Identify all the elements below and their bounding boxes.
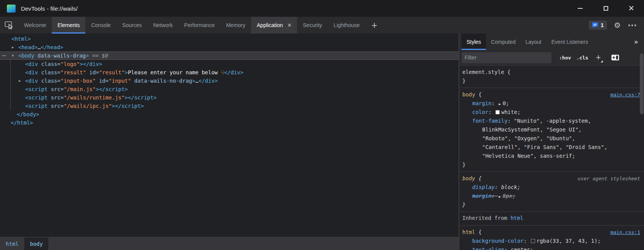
inherited-node-link[interactable]: html [510,215,523,221]
twisty-right-icon[interactable]: ▶ [12,43,14,51]
new-style-rule-button[interactable]: + [594,53,603,62]
stylesheet-link[interactable]: main.css:1 [610,228,640,237]
code-segment: <div [25,61,38,67]
tab-label: Application [257,22,283,28]
sidebar-tab-layout[interactable]: Layout [521,34,547,50]
stylesheet-link[interactable]: main.css:7 [610,90,640,99]
dom-tree-row[interactable]: </body> [0,110,459,119]
sidebar-tabs-overflow-chevron[interactable]: » [628,34,644,50]
styles-scrollbar[interactable] [639,50,644,250]
more-actions-dots-icon[interactable]: ⋯ [2,51,6,60]
code-line: <script src="/main.js"></script> [25,85,128,93]
tab-label: Lighthouse [334,22,360,28]
code-segment: src= [48,103,64,109]
property-value[interactable]: block; [501,184,521,190]
maximize-button[interactable] [593,0,618,17]
property-value[interactable]: rgba(33, 37, 43, 1); [537,238,601,244]
property-name[interactable]: color [472,109,488,115]
css-property[interactable]: color: white; [462,108,640,117]
color-swatch[interactable] [531,239,535,243]
dom-tree-row[interactable]: <html> [0,35,459,43]
dom-tree-row[interactable]: <script src="/main.js"></script> [0,85,459,93]
tab-network[interactable]: Network [147,17,178,34]
css-property[interactable]: margin: ▶8px; [462,192,640,200]
close-tab-icon[interactable]: × [288,22,292,29]
minimize-button[interactable] [567,0,593,17]
open-brace: { [475,90,482,99]
dom-tree-row[interactable]: ▶<div class="input-box" id="input" data-… [0,77,459,85]
settings-gear-icon[interactable]: ⚙ [614,21,621,29]
toolbar-right-actions: 1 ⚙ ⋯ [589,17,644,34]
inspect-element-button[interactable] [0,17,18,34]
twisty-right-icon[interactable]: ▶ [19,77,21,85]
css-property[interactable]: margin: ▶0; [462,99,640,108]
scrollbar-thumb[interactable] [640,53,644,114]
dom-tree-row[interactable]: <div class="result" id="result">Please e… [0,68,459,77]
toggle-computed-sidebar-button[interactable] [611,54,619,61]
pseudo-state-toggle[interactable]: :hov [559,55,571,61]
rule-header: body {user agent stylesheet [462,174,640,183]
code-line: <script src="/wails/ipc.js"></script> [25,102,144,110]
expand-longhand-icon[interactable]: ▶ [499,195,500,199]
property-name[interactable]: margin [472,193,492,199]
property-name[interactable]: text-align [472,247,504,250]
rule-selector[interactable]: html [462,228,475,237]
property-name[interactable]: font-family [472,118,508,124]
issues-counter-button[interactable]: 1 [589,21,607,30]
property-name[interactable]: margin [472,100,492,106]
property-value[interactable]: "Nunito", -apple-system, [514,118,591,124]
dom-tree-row[interactable]: ▶<head>…</head> [0,43,459,51]
more-options-dots-icon[interactable]: ⋯ [628,22,637,28]
tab-elements[interactable]: Elements [52,17,85,34]
styles-cascade: element.style {}body {main.css:7margin: … [459,66,644,250]
twisty-down-icon[interactable]: ▼ [12,51,14,60]
dom-tree-row[interactable]: <script src="/wails/runtime.js"></script… [0,93,459,102]
rule-selector[interactable]: body [462,174,475,183]
property-value[interactable]: 0; [503,100,509,106]
color-swatch[interactable] [495,110,500,114]
tab-security[interactable]: Security [297,17,328,34]
tab-memory[interactable]: Memory [221,17,251,34]
css-property[interactable]: font-family: "Nunito", -apple-system, [462,117,640,125]
tab-sources[interactable]: Sources [117,17,147,34]
rule-selector[interactable]: element.style [462,68,504,77]
more-tools-add-button[interactable]: + [365,17,383,34]
property-name[interactable]: background-color [472,238,524,244]
css-property[interactable]: background-color: rgba(33, 37, 43, 1); [462,237,640,245]
code-segment: > [192,78,195,84]
breadcrumb-item-html[interactable]: html [0,237,24,250]
tab-label: Network [153,22,173,28]
element-class-toggle[interactable]: .cls [576,55,588,61]
tab-label: Welcome [24,22,46,28]
tab-console[interactable]: Console [85,17,116,34]
property-value[interactable]: center; [511,247,533,250]
property-value[interactable]: 8px; [503,193,516,199]
dom-tree-row[interactable]: <div class="logo"></div> [0,60,459,68]
dom-tree-row[interactable]: ⋯▼<body data-wails-drag> == $0 [0,51,459,60]
dom-tree-row[interactable]: </html> [0,119,459,127]
property-name[interactable]: display [472,184,495,190]
tab-lighthouse[interactable]: Lighthouse [328,17,366,34]
tab-performance[interactable]: Performance [179,17,221,34]
expand-longhand-icon[interactable]: ▶ [499,102,500,106]
style-rule-body: body {main.css:7margin: ▶0;color: white;… [459,88,644,172]
styles-filter-input[interactable] [462,52,551,63]
tab-application[interactable]: Application× [251,17,297,34]
tab-welcome[interactable]: Welcome [18,17,52,34]
property-value[interactable]: white; [501,109,521,115]
css-property[interactable]: display: block; [462,183,640,192]
rule-header: html {main.css:1 [462,228,640,237]
close-button[interactable]: × [618,0,644,17]
rule-selector[interactable]: body [462,90,475,99]
sidebar-tab-event-listeners[interactable]: Event Listeners [547,34,593,50]
code-segment: <head> [18,44,38,50]
code-segment: class= [38,61,61,67]
dom-tree-row[interactable]: <script src="/wails/ipc.js"></script> [0,102,459,110]
sidebar-tab-styles[interactable]: Styles [462,34,486,50]
style-rule-body: body {user agent stylesheetdisplay: bloc… [459,172,644,212]
sidebar-tab-computed[interactable]: Computed [486,34,521,50]
css-property[interactable]: text-align: center; [462,245,640,250]
close-brace: } [462,200,640,209]
breadcrumb-item-body[interactable]: body [24,237,49,250]
code-segment: <html> [11,36,31,42]
